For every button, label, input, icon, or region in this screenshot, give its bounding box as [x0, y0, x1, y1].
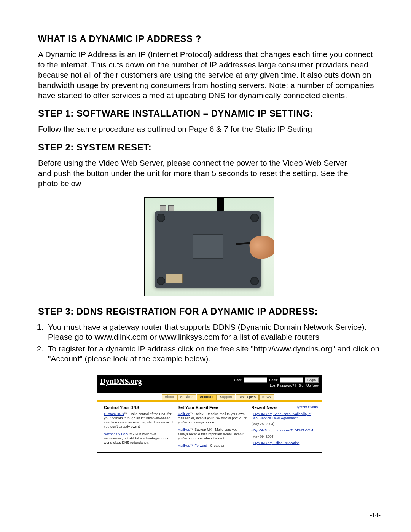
col-paragraph: MailHop™ Backup MX - Make sure you alway…: [178, 428, 248, 441]
page-number: -14-: [370, 511, 381, 519]
login-links: Lost Password? | Sign Up Now: [268, 383, 319, 387]
tab-support[interactable]: Support: [217, 394, 235, 400]
user-label: User:: [234, 378, 242, 382]
col-paragraph: Custom DNS™ - Take control of the DNS fo…: [104, 412, 174, 429]
heading-step3: STEP 3: DDNS REGISTRATION FOR A DYNAMIC …: [38, 306, 381, 317]
dyndns-header: DynDNS.org ··· ··· ·· ··· User: Pass: Lo…: [97, 376, 322, 393]
tab-about[interactable]: About: [162, 394, 177, 400]
dyndns-logo-block: DynDNS.org ··· ··· ·· ···: [100, 377, 142, 388]
dyndns-logo-sub: ··· ··· ·· ···: [100, 386, 142, 388]
list-item: You must have a gateway router that supp…: [46, 322, 381, 342]
col-paragraph: MailHop™ Relay - Receive mail to your ow…: [178, 412, 248, 425]
news-link[interactable]: DynDNS.org Announces Availability of DNS…: [251, 412, 311, 420]
list-item: To register for a dynamic IP address cli…: [46, 344, 381, 364]
document-page: WHAT IS A DYNAMIC IP ADDRESS ? A Dynamic…: [0, 0, 411, 532]
col-control-dns: Control Your DNS Custom DNS™ - Take cont…: [104, 405, 174, 451]
paragraph-step1: Follow the same procedure as outlined on…: [38, 124, 381, 134]
col-news: Recent News System Status - DynDNS.org A…: [251, 405, 318, 451]
pass-input[interactable]: [280, 377, 303, 383]
login-button[interactable]: Login: [305, 377, 319, 383]
dyndns-columns: Control Your DNS Custom DNS™ - Take cont…: [97, 402, 322, 453]
system-status-link[interactable]: System Status: [296, 405, 318, 409]
dyndns-screenshot: DynDNS.org ··· ··· ·· ··· User: Pass: Lo…: [97, 375, 322, 453]
news-item: - DynDNS.org Announces Availability of D…: [251, 412, 318, 421]
col-email: Set Your E-mail Free MailHop™ Relay - Re…: [178, 405, 248, 451]
news-item: - DynDNS.org Office Relocation: [251, 441, 318, 445]
pass-label: Pass:: [269, 378, 278, 382]
news-item: - DynDNS.org Introduces TLDDNS.COM: [251, 428, 318, 433]
col-paragraph: MailHop™ Forward - Create an: [178, 444, 248, 448]
tab-services[interactable]: Services: [177, 394, 197, 400]
heading-what-is: WHAT IS A DYNAMIC IP ADDRESS ?: [38, 34, 381, 44]
text: - Create an: [207, 444, 225, 447]
paragraph-step2: Before using the Video Web Server, pleas…: [38, 158, 350, 189]
signup-link[interactable]: Sign Up Now: [298, 383, 319, 387]
news-link[interactable]: DynDNS.org Introduces TLDDNS.COM: [253, 428, 313, 432]
dyndns-tabbar: About Services Account Support Developer…: [97, 393, 322, 400]
dyndns-login-area: User: Pass: Login Lost Password? | Sign …: [234, 377, 319, 387]
device-photo: [144, 197, 274, 296]
col-paragraph: Secondary DNS™ - Run your own nameserver…: [104, 432, 174, 445]
custom-dns-link[interactable]: Custom DNS: [104, 412, 124, 416]
heading-step1: STEP 1: SOFTWARE INSTALLATION – DYNAMIC …: [38, 108, 381, 119]
tab-account[interactable]: Account: [197, 394, 217, 400]
paragraph-what-is: A Dynamic IP Address is an IP (Internet …: [38, 50, 381, 101]
mailhop-relay-link[interactable]: MailHop: [178, 412, 190, 416]
device-photo-wrap: [38, 197, 381, 296]
mailhop-backup-link[interactable]: MailHop: [178, 428, 190, 431]
col-heading: Set Your E-mail Free: [178, 405, 248, 410]
mailhop-forward-link[interactable]: MailHop™ Forward: [178, 444, 207, 447]
step3-list: You must have a gateway router that supp…: [38, 322, 381, 364]
user-input[interactable]: [244, 377, 267, 383]
dyndns-logo: DynDNS.org: [100, 377, 142, 385]
news-date: (May 28, 2004): [251, 422, 318, 426]
tab-developers[interactable]: Developers: [236, 394, 259, 400]
lost-password-link[interactable]: Lost Password?: [270, 383, 294, 387]
news-link[interactable]: DynDNS.org Office Relocation: [253, 441, 299, 445]
col-heading: Recent News System Status: [251, 405, 318, 410]
heading-step2: STEP 2: SYSTEM RESET:: [38, 142, 381, 153]
dyndns-screenshot-wrap: DynDNS.org ··· ··· ·· ··· User: Pass: Lo…: [38, 375, 381, 453]
tab-news[interactable]: News: [259, 394, 274, 400]
heading-text: Recent News: [251, 405, 277, 410]
col-heading: Control Your DNS: [104, 405, 174, 410]
secondary-dns-link[interactable]: Secondary DNS: [104, 432, 129, 436]
news-date: (May 09, 2004): [251, 435, 318, 439]
